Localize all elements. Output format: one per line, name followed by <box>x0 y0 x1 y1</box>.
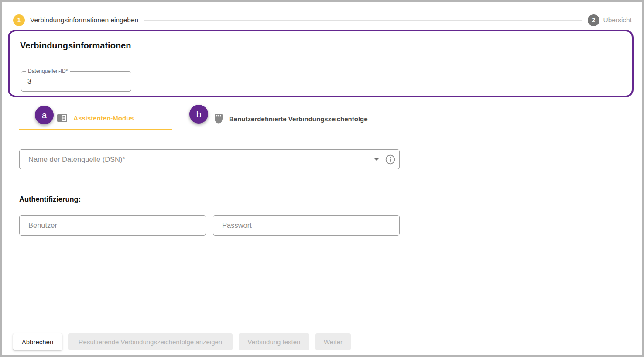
cancel-button[interactable]: Abbrechen <box>13 333 62 350</box>
datasource-id-field: Datenquellen-ID* <box>21 71 131 92</box>
next-button[interactable]: Weiter <box>315 333 351 350</box>
dsn-select-placeholder: Name der Datenquelle (DSN)* <box>20 155 374 164</box>
chevron-down-icon[interactable] <box>374 158 379 161</box>
test-connection-button[interactable]: Verbindung testen <box>239 333 309 350</box>
wizard-mode-icon <box>57 114 67 122</box>
tab-custom-connection-string[interactable]: Benutzerdefinierte Verbindungszeichenfol… <box>185 107 394 130</box>
user-input[interactable] <box>20 216 206 235</box>
step-1-badge: 1 <box>13 14 25 26</box>
connection-info-highlight-panel: Verbindungsinformationen Datenquellen-ID… <box>8 30 634 97</box>
authentication-section-label: Authentifizierung: <box>19 195 81 203</box>
user-field <box>19 215 206 236</box>
tab-wizard-mode-label: Assistenten-Modus <box>73 114 134 122</box>
dsn-select[interactable]: Name der Datenquelle (DSN)* <box>19 149 400 169</box>
step-2-badge: 2 <box>588 14 599 26</box>
show-connection-string-button[interactable]: Resultierende Verbindungszeichenfolge an… <box>68 333 233 350</box>
password-input[interactable] <box>213 216 399 235</box>
stepper-step-2[interactable]: 2 Übersicht <box>588 14 632 26</box>
stepper-step-1[interactable]: 1 Verbindungsinformationen eingeben <box>13 14 138 26</box>
plug-icon <box>214 113 223 124</box>
annotation-marker-a: a <box>35 106 54 124</box>
wizard-stepper: 1 Verbindungsinformationen eingeben 2 Üb… <box>13 14 632 26</box>
stepper-connector-line <box>144 20 581 21</box>
datasource-id-input[interactable] <box>21 72 131 91</box>
datasource-id-label: Datenquellen-ID* <box>26 68 70 74</box>
page-title: Verbindungsinformationen <box>20 41 131 51</box>
info-icon[interactable] <box>385 154 395 165</box>
screenshot-frame: 1 Verbindungsinformationen eingeben 2 Üb… <box>0 0 644 357</box>
tab-custom-connection-string-label: Benutzerdefinierte Verbindungszeichenfol… <box>229 115 368 123</box>
step-2-label: Übersicht <box>603 16 632 24</box>
annotation-marker-b: b <box>189 105 208 124</box>
step-1-label: Verbindungsinformationen eingeben <box>30 16 138 24</box>
password-field <box>213 215 400 236</box>
